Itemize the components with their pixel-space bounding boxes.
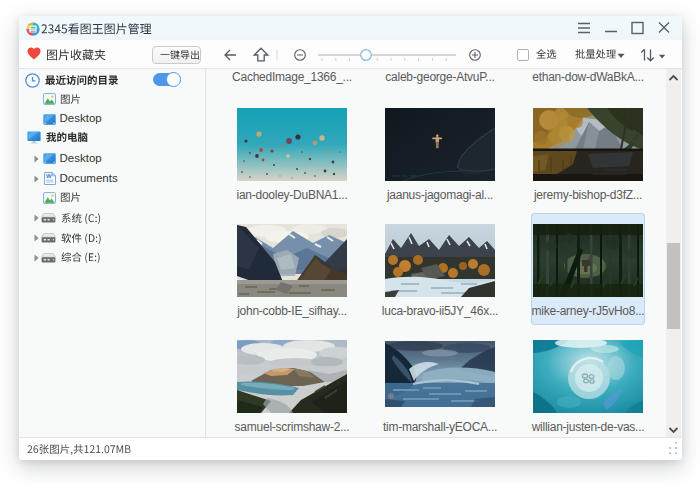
svg-text:W: W	[46, 173, 52, 179]
